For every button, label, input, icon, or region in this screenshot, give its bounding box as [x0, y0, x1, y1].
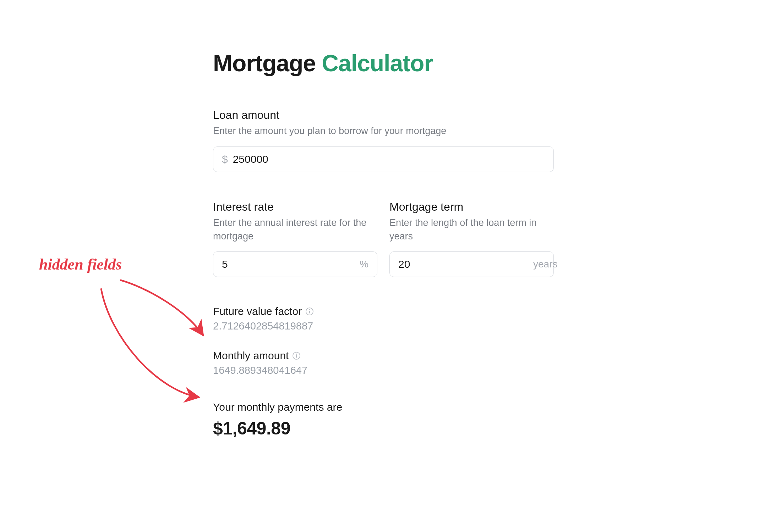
title-part-1: Mortgage: [213, 50, 322, 76]
mortgage-term-group: Mortgage term Enter the length of the lo…: [389, 200, 554, 277]
future-value-factor-value: 2.7126402854819887: [213, 320, 554, 332]
future-value-factor-label: Future value factor: [213, 305, 554, 317]
interest-rate-input-wrap[interactable]: %: [213, 251, 377, 277]
mortgage-term-help: Enter the length of the loan term in yea…: [389, 216, 554, 243]
page-title: Mortgage Calculator: [213, 50, 554, 77]
interest-rate-help: Enter the annual interest rate for the m…: [213, 216, 377, 243]
mortgage-term-input-wrap[interactable]: years: [389, 251, 554, 277]
rate-term-row: Interest rate Enter the annual interest …: [213, 200, 554, 277]
annotation-overlay: hidden fields: [39, 255, 224, 433]
annotation-text: hidden fields: [39, 255, 224, 273]
mortgage-term-label: Mortgage term: [389, 200, 554, 214]
mortgage-calculator-form: Mortgage Calculator Loan amount Enter th…: [213, 50, 554, 439]
monthly-amount-group: Monthly amount 1649.889348041647: [213, 350, 554, 376]
info-icon[interactable]: [292, 351, 301, 360]
monthly-amount-label: Monthly amount: [213, 350, 554, 362]
interest-rate-label: Interest rate: [213, 200, 377, 214]
loan-amount-input[interactable]: [233, 153, 545, 165]
monthly-amount-label-text: Monthly amount: [213, 350, 289, 362]
years-suffix: years: [533, 259, 557, 270]
info-icon[interactable]: [305, 307, 314, 316]
monthly-amount-value: 1649.889348041647: [213, 365, 554, 376]
svg-rect-5: [296, 355, 297, 358]
loan-amount-input-wrap[interactable]: $: [213, 146, 554, 172]
loan-amount-label: Loan amount: [213, 109, 554, 122]
title-part-2: Calculator: [322, 50, 433, 76]
svg-point-4: [296, 354, 297, 355]
result-value: $1,649.89: [213, 418, 554, 439]
dollar-sign-icon: $: [222, 153, 228, 165]
interest-rate-group: Interest rate Enter the annual interest …: [213, 200, 377, 277]
percent-suffix: %: [360, 259, 368, 270]
mortgage-term-input[interactable]: [398, 258, 533, 270]
loan-amount-help: Enter the amount you plan to borrow for …: [213, 124, 554, 138]
result-group: Your monthly payments are $1,649.89: [213, 401, 554, 439]
svg-point-1: [309, 309, 310, 310]
loan-amount-group: Loan amount Enter the amount you plan to…: [213, 109, 554, 172]
future-value-factor-group: Future value factor 2.7126402854819887: [213, 305, 554, 332]
svg-rect-2: [309, 311, 310, 314]
annotation-arrows-icon: [39, 255, 224, 433]
result-label: Your monthly payments are: [213, 401, 554, 413]
interest-rate-input[interactable]: [222, 258, 360, 270]
future-value-factor-label-text: Future value factor: [213, 305, 302, 317]
